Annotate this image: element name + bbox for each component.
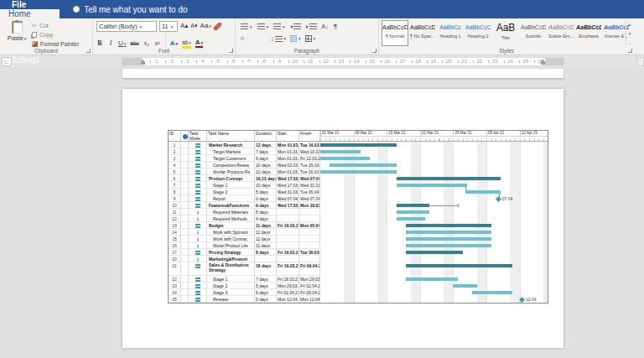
paragraph-dialog-launcher-icon[interactable] [372,49,377,53]
superscript-button[interactable]: x² [154,39,161,48]
style-card--normal[interactable]: AaBbCcDd¶ Normal [382,20,408,46]
week-gridline [520,142,521,303]
task-indicator-cell [181,175,189,182]
font-family-value: Calibri (Body) [99,23,137,30]
bullet-list-button[interactable]: ▾ [241,23,252,29]
decrease-indent-button[interactable] [290,23,301,29]
style-card--no-spac-[interactable]: AaBbCcDd¶ No Spac... [409,20,436,46]
grow-font-button[interactable]: A▴ [180,22,188,30]
ruler-number: 4 [199,59,207,65]
font-family-combobox[interactable]: Calibri (Body)▾ [96,21,157,32]
auto-scheduled-icon [195,150,200,154]
task-start-cell: Mon 01.03.2 [277,142,299,148]
ruler-right-margin [543,58,564,65]
clipboard-small-commands: ✂Cut Copy Format Painter [32,21,79,49]
justify-button[interactable] [263,37,267,40]
align-right-button[interactable] [256,37,259,40]
font-color-button[interactable]: A▾ [195,39,203,48]
ruler-number: 9 [276,59,284,65]
document-page[interactable]: IDTask ModeTask NameDurationStartFinish0… [122,89,564,348]
task-mode-cell [189,249,207,256]
show-formatting-marks-button[interactable]: ¶ [334,23,337,30]
gantt-column-header [181,131,189,142]
manually-scheduled-icon [196,244,200,248]
task-indicator-cell [181,189,189,195]
style-card-heading-1[interactable]: AaBbCcHeading 1 [437,20,464,46]
multilevel-list-button[interactable]: ▾ [273,23,285,29]
shrink-font-button[interactable]: A▾ [190,22,197,30]
horizontal-ruler[interactable]: 1234567891011121314151617181920212223242… [122,58,564,65]
task-duration-cell: 5 days [255,209,277,215]
task-indicator-cell [181,289,189,296]
auto-scheduled-icon [195,163,200,168]
style-card-title[interactable]: AaBTitle [492,20,519,46]
milestone-marker [496,195,501,201]
style-card-subtitle[interactable]: AaBbCcDSubtitle [520,20,547,46]
style-card-emphasis[interactable]: AaBbCcDdEmphasis [575,20,602,46]
ruler-number: 5 [214,59,222,65]
underline-button[interactable]: U▾ [118,39,126,48]
style-card-subtle-em-[interactable]: AaBbCcDdSubtle Em... [548,20,574,46]
gantt-chart-object[interactable]: IDTask ModeTask NameDurationStartFinish0… [168,130,548,304]
styles-scroll-up-icon[interactable]: ▴ [629,22,631,27]
task-name-cell: Sales & Distribution Strategy [207,262,255,276]
scrollbar-up-button[interactable] [636,57,644,66]
ruler-number: 19 [429,59,438,65]
task-indicator-cell [181,262,189,276]
task-start-cell [277,242,299,249]
bold-button[interactable]: B [96,39,103,48]
shading-button[interactable]: ▾ [290,35,301,42]
borders-button[interactable]: ▾ [305,35,316,42]
increase-indent-button[interactable] [306,23,317,29]
manually-scheduled-icon [196,231,200,235]
strikethrough-button[interactable]: abc [130,39,138,48]
timeline-week-label: 05 Apr 21 [486,131,520,137]
italic-button[interactable]: I [107,39,114,48]
task-finish-cell [299,229,320,236]
tell-me-box[interactable]: Tell me what you want to do [73,0,187,18]
ruler-number: 12 [322,59,330,65]
tab-home[interactable]: Home [0,9,60,18]
line-spacing-button[interactable]: ↕▾ [271,36,286,42]
text-highlight-button[interactable]: ab▾ [182,39,191,49]
font-size-combobox[interactable]: 11▾ [159,21,178,32]
task-start-cell: Wed 17.03.2 [277,202,299,209]
subscript-button[interactable]: x₂ [143,39,150,48]
styles-scroll-down-icon[interactable]: ▾ [629,31,631,36]
copy-button[interactable]: Copy [32,30,79,39]
paste-button[interactable]: Paste▾ [4,20,29,50]
styles-gallery-scroll[interactable]: ▴ ▾ ⌄ [626,21,633,46]
text-effects-button[interactable]: A▾ [170,39,178,48]
sort-button[interactable]: A↓ [322,23,329,29]
tab-selector[interactable]: ∟ [2,57,12,66]
auto-scheduled-icon [195,170,200,174]
gantt-bar [453,284,476,288]
align-center-button[interactable] [248,37,252,40]
clear-formatting-icon[interactable] [214,23,221,30]
change-case-button[interactable]: Aa▾ [200,22,211,30]
task-name-cell: Similar Products Re [207,169,255,175]
style-card-heading-2[interactable]: AaBbCcCHeading 2 [465,20,491,46]
task-finish-cell [299,209,320,215]
styles-gallery-more-icon[interactable]: ⌄ [628,40,631,45]
task-name-cell: Target Customers [207,155,255,162]
task-start-cell [277,215,299,222]
task-duration-cell: 10 days [255,162,277,169]
clipboard-dialog-launcher-icon[interactable] [86,49,91,53]
task-start-cell: Fri 19.03.21 [277,249,299,256]
task-duration-cell: 10 days [255,182,277,189]
task-indicator-cell [181,162,189,169]
font-dialog-launcher-icon[interactable] [229,49,233,53]
ruler-number: 1 [153,59,161,65]
tab-file[interactable]: File [0,0,60,9]
task-start-cell: Wed 07.04.2 [277,195,299,202]
task-indicator-cell [181,202,189,209]
align-left-button[interactable] [241,37,244,40]
cut-button[interactable]: ✂Cut [32,21,79,30]
numbered-list-button[interactable]: ▾ [257,23,269,29]
styles-dialog-launcher-icon[interactable] [628,49,632,53]
task-mode-cell [189,202,207,209]
auto-scheduled-icon [195,278,200,282]
task-duration-cell: 12 days [255,169,277,175]
task-link-connector [465,187,466,190]
